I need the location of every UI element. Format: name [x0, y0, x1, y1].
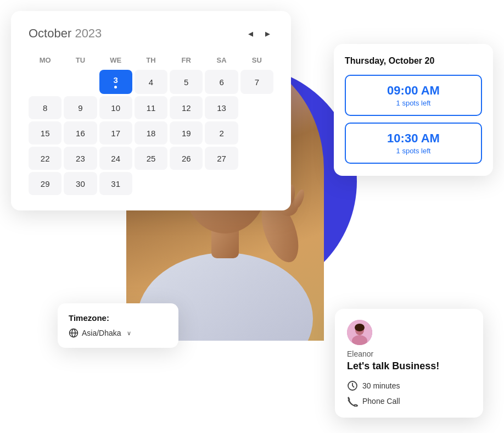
empty-day — [135, 172, 167, 195]
meeting-avatar — [347, 320, 372, 345]
day-cell[interactable]: 31 — [99, 172, 132, 195]
day-cell[interactable]: 19 — [170, 121, 203, 145]
day-header: MO — [29, 53, 61, 68]
day-cell[interactable]: 25 — [135, 147, 167, 170]
calendar-grid: MOTUWETHFRSASU34567891011121315161718192… — [29, 53, 273, 195]
day-cell[interactable]: 8 — [29, 96, 61, 119]
empty-day — [240, 147, 273, 170]
timezone-text: Asia/Dhaka — [82, 329, 121, 337]
timeslot-item-2[interactable]: 10:30 AM 1 spots left — [345, 123, 482, 164]
svg-point-20 — [355, 324, 365, 331]
timeslot-date: Thursday, October 20 — [345, 56, 482, 66]
empty-day — [240, 172, 273, 195]
timezone-card: Timezone: Asia/Dhaka ∨ — [58, 303, 178, 348]
meeting-duration: 30 minutes — [362, 381, 400, 390]
calendar-card: October 2023 ◂ ▸ MOTUWETHFRSASU345678910… — [11, 11, 291, 210]
day-cell[interactable]: 9 — [64, 96, 97, 119]
next-month-button[interactable]: ▸ — [262, 26, 273, 41]
day-cell[interactable]: 10 — [99, 96, 132, 119]
day-header: FR — [170, 53, 203, 68]
day-cell[interactable]: 24 — [99, 147, 132, 170]
timeslot-time-1: 09:00 AM — [355, 84, 472, 98]
day-cell[interactable]: 12 — [170, 96, 203, 119]
day-header: TU — [64, 53, 97, 68]
calendar-month: October — [29, 26, 71, 40]
day-cell[interactable]: 2 — [205, 121, 238, 145]
day-cell[interactable]: 27 — [205, 147, 238, 170]
day-cell[interactable]: 22 — [29, 147, 61, 170]
day-cell[interactable]: 23 — [64, 147, 97, 170]
globe-icon — [69, 328, 79, 338]
day-cell[interactable]: 11 — [135, 96, 167, 119]
meeting-person-name: Eleanor — [347, 349, 471, 358]
day-cell[interactable]: 18 — [135, 121, 167, 145]
calendar-nav: ◂ ▸ — [245, 26, 273, 41]
prev-month-button[interactable]: ◂ — [245, 26, 256, 41]
day-header: TH — [135, 53, 167, 68]
day-header: SA — [205, 53, 238, 68]
timeslot-spots-1: 1 spots left — [355, 99, 472, 107]
day-cell[interactable]: 17 — [99, 121, 132, 145]
empty-day — [240, 121, 273, 145]
empty-day — [170, 172, 203, 195]
calendar-title: October 2023 — [29, 26, 102, 41]
day-cell[interactable]: 29 — [29, 172, 61, 195]
day-cell[interactable]: 6 — [205, 70, 238, 94]
chevron-down-icon: ∨ — [127, 330, 131, 337]
meeting-type-row: Phone Call — [347, 396, 471, 407]
day-cell[interactable]: 26 — [170, 147, 203, 170]
empty-day — [240, 96, 273, 119]
day-cell[interactable]: 30 — [64, 172, 97, 195]
day-indicator-dot — [114, 86, 117, 88]
empty-day — [205, 172, 238, 195]
timeslot-card: Thursday, October 20 09:00 AM 1 spots le… — [334, 44, 493, 176]
meeting-card: Eleanor Let's talk Business! 30 minutes … — [335, 309, 483, 418]
timezone-value[interactable]: Asia/Dhaka ∨ — [69, 328, 167, 338]
day-cell[interactable]: 4 — [135, 70, 167, 94]
day-cell[interactable]: 16 — [64, 121, 97, 145]
empty-day — [64, 70, 97, 94]
day-header: WE — [99, 53, 132, 68]
day-cell[interactable]: 7 — [240, 70, 273, 94]
empty-day — [29, 70, 61, 94]
phone-icon — [347, 396, 358, 407]
timezone-label: Timezone: — [69, 313, 167, 323]
calendar-header: October 2023 ◂ ▸ — [29, 26, 273, 41]
timeslot-spots-2: 1 spots left — [355, 147, 472, 155]
day-cell[interactable]: 13 — [205, 96, 238, 119]
calendar-year: 2023 — [75, 26, 102, 40]
day-header: SU — [240, 53, 273, 68]
clock-icon — [347, 380, 358, 391]
active-day-cell[interactable]: 3 — [99, 70, 132, 94]
timeslot-item-1[interactable]: 09:00 AM 1 spots left — [345, 75, 482, 116]
timeslot-time-2: 10:30 AM — [355, 131, 472, 146]
day-cell[interactable]: 15 — [29, 121, 61, 145]
meeting-type: Phone Call — [362, 397, 400, 406]
meeting-title: Let's talk Business! — [347, 360, 471, 373]
meeting-duration-row: 30 minutes — [347, 380, 471, 391]
day-cell[interactable]: 5 — [170, 70, 203, 94]
